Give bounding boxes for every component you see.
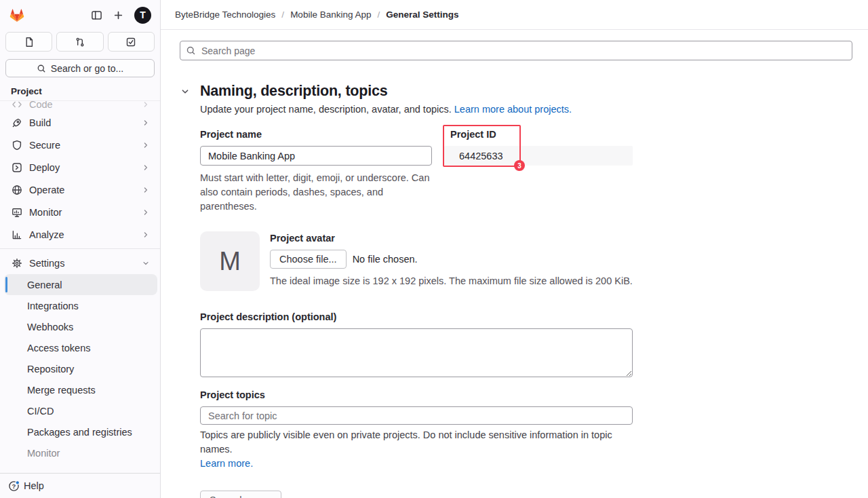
search-or-go-to-label: Search or go to... [51,63,123,74]
deploy-icon [12,162,22,173]
project-id-value: 64425633 [444,146,633,166]
chevron-right-icon [141,140,151,150]
topics-help-text: Topics are publicly visible even on priv… [200,429,612,455]
merge-requests-shortcut-button[interactable] [56,32,103,52]
gitlab-logo-icon[interactable] [8,7,26,24]
no-file-chosen-text: No file chosen. [353,254,418,265]
sidebar-item-label: Settings [29,258,64,269]
sidebar-item-operate[interactable]: Operate [0,178,160,201]
chevron-right-icon [141,163,151,172]
sidebar-item-general[interactable]: General [4,274,157,295]
chart-icon [12,229,22,240]
issues-icon [24,37,35,47]
project-id-field-group: Project ID 64425633 3 [444,129,633,214]
chevron-down-icon [141,258,151,268]
create-new-plus-icon[interactable] [113,9,124,21]
breadcrumb-group[interactable]: ByteBridge Technologies [175,9,275,20]
settings-content: Naming, description, topics Update your … [161,30,868,498]
sidebar-item-cicd[interactable]: CI/CD [4,400,157,421]
sidebar-item-packages-registries[interactable]: Packages and registries [4,421,157,442]
shield-icon [12,140,22,151]
breadcrumb: ByteBridge Technologies / Mobile Banking… [175,9,459,20]
sidebar-item-monitor-settings[interactable]: Monitor [4,442,157,463]
naming-section: Naming, description, topics Update your … [180,81,852,498]
gear-icon [12,258,22,269]
sidebar-item-build[interactable]: Build [0,111,160,134]
sidebar-item-label: Code [29,101,53,110]
sidebar-item-label: Build [29,117,51,128]
sidebar-child-label: CI/CD [27,406,54,417]
sidebar-item-secure[interactable]: Secure [0,134,160,156]
sidebar-item-code-clipped[interactable]: Code [0,101,160,111]
breadcrumb-project[interactable]: Mobile Banking App [290,9,371,20]
sidebar-item-webhooks[interactable]: Webhooks [4,316,157,337]
todo-shortcut-button[interactable] [108,32,155,52]
section-title: Naming, description, topics [200,81,852,100]
topics-learn-more-link[interactable]: Learn more. [200,458,253,469]
monitor-icon [12,207,22,218]
sidebar-child-label: Merge requests [27,385,96,396]
search-icon [186,45,196,56]
app-window: T [0,0,868,498]
user-avatar[interactable]: T [134,7,151,24]
general-settings-form: Project name Must start with letter, dig… [200,129,633,498]
section-collapse-chevron-down-icon[interactable] [180,86,191,97]
chevron-right-icon [141,185,151,195]
project-description-textarea[interactable] [200,328,633,377]
merge-request-icon [75,37,85,47]
sidebar: T [0,0,161,498]
sidebar-child-label: Repository [27,364,74,375]
sidebar-item-access-tokens[interactable]: Access tokens [4,337,157,358]
project-topics-input[interactable] [200,406,633,425]
sidebar-item-deploy[interactable]: Deploy [0,156,160,178]
page-search [180,41,852,60]
globe-icon [12,185,22,195]
sidebar-item-settings[interactable]: Settings [0,252,160,274]
search-icon [37,64,46,73]
chevron-right-icon [141,230,151,240]
sidebar-item-label: Operate [29,185,64,195]
code-icon [12,101,22,110]
project-topics-label: Project topics [200,389,633,401]
project-avatar-preview: M [200,231,260,291]
sidebar-toggle-icon[interactable] [91,9,102,21]
search-or-go-to[interactable]: Search or go to... [5,59,155,77]
sidebar-shortcuts [5,32,155,52]
issues-shortcut-button[interactable] [5,32,52,52]
learn-more-projects-link[interactable]: Learn more about projects. [454,104,572,115]
page-search-input[interactable] [180,41,852,60]
todo-check-icon [125,37,136,47]
choose-file-button[interactable]: Choose file... [270,250,347,269]
project-name-help: Must start with letter, digit, emoji, or… [200,171,439,214]
sidebar-child-label: Integrations [27,301,79,311]
chevron-right-icon [141,208,151,217]
sidebar-child-label: Webhooks [27,322,73,332]
sidebar-item-label: Analyze [29,229,64,240]
topics-help: Topics are publicly visible even on priv… [200,428,633,471]
breadcrumb-bar: ByteBridge Technologies / Mobile Banking… [161,0,868,30]
project-name-field-group: Project name Must start with letter, dig… [200,129,432,214]
avatar-size-help: The ideal image size is 192 x 192 pixels… [270,275,633,286]
project-name-label: Project name [200,129,432,140]
sidebar-item-label: Secure [29,140,60,151]
chevron-right-icon [141,101,151,109]
sidebar-item-monitor[interactable]: Monitor [0,201,160,223]
sidebar-item-integrations[interactable]: Integrations [4,295,157,316]
project-avatar-group: M Project avatar Choose file... No file … [200,231,633,291]
help-label: Help [24,480,44,491]
breadcrumb-current-page: General Settings [386,9,458,20]
sidebar-nav: Code Build [0,100,160,473]
main-area: ByteBridge Technologies / Mobile Banking… [161,0,868,498]
sidebar-child-label: Access tokens [27,343,91,353]
project-avatar-label: Project avatar [270,233,633,244]
project-description-label: Project description (optional) [200,311,633,323]
save-changes-button[interactable]: Save changes [200,491,281,498]
sidebar-item-repository[interactable]: Repository [4,358,157,379]
section-intro-text: Update your project name, description, a… [200,104,452,115]
chevron-right-icon [141,118,151,128]
sidebar-child-label: Packages and registries [27,427,132,438]
help-button[interactable]: ? Help [0,473,160,498]
project-name-input[interactable] [200,146,432,166]
sidebar-item-merge-requests[interactable]: Merge requests [4,379,157,400]
sidebar-item-analyze[interactable]: Analyze [0,223,160,246]
